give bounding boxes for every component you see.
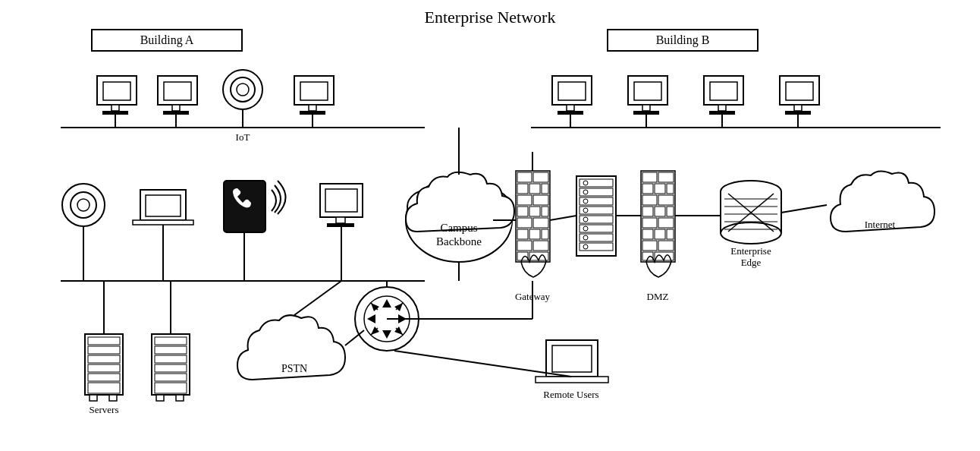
svg-rect-90 — [580, 179, 613, 187]
svg-rect-187 — [552, 345, 592, 372]
svg-rect-84 — [533, 241, 548, 251]
svg-rect-80 — [517, 229, 528, 239]
svg-rect-55 — [336, 217, 345, 223]
svg-rect-4 — [112, 105, 119, 111]
svg-rect-120 — [655, 229, 665, 239]
svg-rect-164 — [155, 383, 187, 393]
svg-rect-74 — [533, 195, 548, 205]
svg-point-45 — [77, 199, 90, 211]
svg-rect-19 — [309, 105, 316, 111]
svg-rect-149 — [88, 346, 120, 354]
svg-rect-118 — [658, 218, 674, 228]
svg-rect-117 — [642, 218, 657, 228]
svg-line-169 — [294, 281, 341, 315]
svg-text:Enterprise: Enterprise — [730, 245, 771, 257]
svg-rect-81 — [529, 229, 540, 239]
svg-rect-78 — [517, 218, 532, 228]
svg-text:Remote Users: Remote Users — [543, 389, 598, 400]
svg-rect-110 — [655, 184, 665, 194]
svg-rect-75 — [517, 207, 528, 216]
svg-rect-91 — [580, 188, 613, 196]
svg-rect-8 — [164, 82, 191, 100]
diagram-svg: IoT — [0, 0, 980, 451]
svg-rect-160 — [155, 346, 187, 354]
svg-rect-29 — [642, 105, 650, 111]
svg-rect-48 — [146, 195, 181, 216]
svg-text:Campus: Campus — [440, 222, 477, 234]
network-diagram: Enterprise Network Building A Building B — [0, 0, 980, 451]
svg-rect-23 — [558, 82, 586, 100]
svg-rect-70 — [517, 184, 528, 194]
svg-line-146 — [781, 205, 827, 213]
svg-rect-56 — [327, 223, 354, 227]
svg-text:DMZ: DMZ — [647, 291, 669, 302]
svg-rect-150 — [88, 355, 120, 363]
svg-rect-73 — [517, 195, 532, 205]
svg-text:Servers: Servers — [90, 404, 119, 415]
svg-rect-111 — [667, 184, 674, 194]
svg-rect-33 — [710, 82, 737, 100]
svg-rect-151 — [88, 364, 120, 372]
svg-rect-162 — [155, 364, 187, 372]
svg-rect-112 — [642, 195, 657, 205]
svg-text:Internet: Internet — [865, 219, 896, 230]
svg-text:PSTN: PSTN — [281, 363, 307, 374]
svg-rect-76 — [529, 207, 540, 216]
svg-text:IoT: IoT — [236, 131, 250, 143]
svg-rect-152 — [88, 374, 120, 381]
svg-rect-94 — [580, 216, 613, 223]
svg-line-143 — [550, 216, 576, 220]
svg-rect-107 — [642, 172, 657, 182]
svg-text:Edge: Edge — [741, 257, 762, 268]
svg-rect-119 — [642, 229, 653, 239]
svg-rect-121 — [667, 229, 674, 239]
svg-rect-163 — [155, 374, 187, 381]
svg-rect-28 — [634, 82, 661, 100]
svg-rect-95 — [580, 225, 613, 232]
svg-rect-109 — [642, 184, 653, 194]
svg-rect-69 — [533, 172, 548, 182]
svg-rect-72 — [542, 184, 548, 194]
svg-rect-153 — [88, 383, 120, 393]
svg-rect-108 — [658, 172, 674, 182]
svg-rect-83 — [517, 241, 532, 251]
svg-rect-166 — [176, 395, 184, 401]
svg-rect-159 — [155, 337, 187, 345]
svg-rect-93 — [580, 207, 613, 214]
svg-point-131 — [721, 222, 781, 244]
svg-line-189 — [394, 351, 571, 377]
svg-rect-39 — [794, 105, 802, 111]
svg-rect-38 — [786, 82, 813, 100]
svg-rect-79 — [533, 218, 548, 228]
svg-rect-113 — [658, 195, 674, 205]
svg-rect-115 — [655, 207, 665, 216]
svg-rect-24 — [567, 105, 574, 111]
svg-rect-18 — [300, 82, 328, 100]
svg-rect-188 — [536, 377, 608, 383]
svg-rect-96 — [580, 234, 613, 241]
svg-rect-161 — [155, 355, 187, 363]
svg-rect-77 — [542, 207, 548, 216]
svg-rect-54 — [325, 189, 357, 212]
svg-rect-82 — [542, 229, 548, 239]
svg-rect-165 — [156, 395, 164, 401]
svg-rect-155 — [109, 395, 117, 401]
svg-rect-114 — [642, 207, 653, 216]
svg-rect-71 — [529, 184, 540, 194]
svg-rect-148 — [88, 337, 120, 345]
svg-rect-122 — [642, 241, 657, 251]
svg-rect-34 — [718, 105, 726, 111]
svg-rect-154 — [90, 395, 97, 401]
svg-rect-49 — [133, 220, 193, 225]
svg-rect-3 — [103, 82, 130, 100]
svg-rect-9 — [172, 105, 180, 111]
svg-rect-116 — [667, 207, 674, 216]
svg-rect-123 — [658, 241, 674, 251]
svg-rect-97 — [580, 243, 613, 251]
svg-rect-92 — [580, 197, 613, 205]
svg-rect-68 — [517, 172, 532, 182]
svg-point-14 — [237, 84, 249, 96]
svg-text:Backbone: Backbone — [436, 235, 482, 248]
